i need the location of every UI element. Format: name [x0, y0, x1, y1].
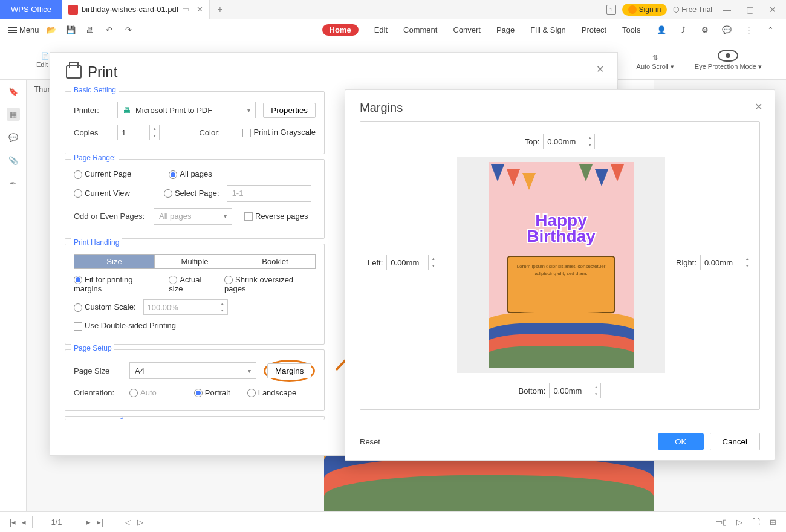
- eye-icon: [718, 50, 738, 62]
- first-page-icon[interactable]: |◂: [10, 517, 16, 527]
- page-number-field[interactable]: 1/1: [32, 516, 80, 528]
- all-pages-radio[interactable]: All pages: [169, 169, 212, 179]
- view-grid-icon[interactable]: ⊞: [770, 517, 776, 527]
- attachments-icon[interactable]: 📎: [7, 154, 20, 167]
- printer-icon: [66, 65, 82, 79]
- hamburger-icon: [8, 27, 17, 33]
- margin-right-spinner[interactable]: 0.00mm▴▾: [700, 255, 752, 270]
- window-count-badge[interactable]: 1: [606, 5, 616, 15]
- last-page-icon[interactable]: ▸|: [97, 517, 103, 527]
- grayscale-checkbox[interactable]: Print in Grayscale: [242, 128, 316, 137]
- orientation-portrait-radio[interactable]: Portrait: [194, 388, 230, 398]
- current-view-radio[interactable]: Current View: [74, 189, 130, 198]
- reset-button[interactable]: Reset: [360, 437, 380, 446]
- reading-mode-icon[interactable]: ▭▯: [715, 517, 727, 527]
- left-sidebar: 🔖 ▦ 💬 📎 ✒: [0, 80, 27, 511]
- seg-multiple[interactable]: Multiple: [155, 255, 235, 268]
- page-setup-legend: Page Setup: [71, 344, 114, 352]
- color-label: Color:: [199, 128, 235, 137]
- seg-booklet[interactable]: Booklet: [235, 255, 315, 268]
- new-tab-button[interactable]: +: [210, 0, 230, 19]
- sign-in-label: Sign in: [639, 5, 661, 14]
- margin-top-spinner[interactable]: 0.00mm▴▾: [543, 134, 595, 149]
- custom-scale-radio[interactable]: Custom Scale:: [74, 302, 136, 312]
- tab-page[interactable]: Page: [496, 25, 515, 34]
- fullscreen-icon[interactable]: ⛶: [752, 517, 760, 527]
- tab-fillsign[interactable]: Fill & Sign: [530, 25, 566, 34]
- spinner-up-icon[interactable]: ▴: [150, 125, 159, 132]
- save-icon[interactable]: 💾: [63, 23, 78, 37]
- bookmark-icon[interactable]: 🔖: [7, 85, 20, 98]
- page-range-legend: Page Range:: [71, 154, 119, 162]
- file-tab[interactable]: birthday-wishes-card-01.pdf ▭ ✕: [62, 0, 210, 19]
- odd-even-label: Odd or Even Pages:: [74, 212, 146, 221]
- seg-size[interactable]: Size: [74, 255, 155, 268]
- menu-button[interactable]: Menu: [8, 25, 39, 34]
- close-window-button[interactable]: ✕: [764, 5, 781, 15]
- tab-edit[interactable]: Edit: [374, 25, 388, 34]
- ok-button[interactable]: OK: [658, 433, 703, 450]
- margin-bottom-spinner[interactable]: 0.00mm▴▾: [549, 383, 601, 398]
- tab-convert[interactable]: Convert: [453, 25, 481, 34]
- open-folder-icon[interactable]: 📂: [44, 23, 59, 37]
- margins-dialog-close-icon[interactable]: ✕: [755, 101, 762, 112]
- cancel-button[interactable]: Cancel: [710, 433, 761, 450]
- printer-label: Printer:: [74, 106, 110, 115]
- copies-spinner[interactable]: 1▴▾: [117, 125, 160, 140]
- thumbnails-icon[interactable]: ▦: [7, 108, 20, 121]
- current-page-radio[interactable]: Current Page: [74, 169, 131, 179]
- ribbon-eye-protection[interactable]: Eye Protection Mode ▾: [695, 50, 762, 71]
- properties-button[interactable]: Properties: [263, 103, 316, 118]
- signature-icon[interactable]: ✒: [7, 177, 20, 190]
- tab-protect[interactable]: Protect: [582, 25, 606, 34]
- print-dialog-close-icon[interactable]: ✕: [596, 63, 604, 75]
- tab-tools[interactable]: Tools: [622, 25, 640, 34]
- collapse-ribbon-icon[interactable]: ⌃: [763, 23, 778, 37]
- margin-bottom-label: Bottom:: [519, 386, 546, 395]
- next-page-icon[interactable]: ▸: [86, 517, 91, 527]
- share-icon[interactable]: ⤴: [676, 23, 690, 37]
- page-setup-panel: Page Setup Page Size A4▾ Margins Orienta…: [65, 349, 325, 412]
- printer-select[interactable]: 🖶 Microsoft Print to PDF ▾: [117, 102, 256, 118]
- odd-even-select[interactable]: All pages▾: [154, 208, 232, 225]
- settings-gear-icon[interactable]: ⚙: [698, 23, 712, 37]
- ribbon-autoscroll[interactable]: ⇅ Auto Scroll ▾: [637, 54, 674, 71]
- app-tab[interactable]: WPS Office: [0, 0, 62, 19]
- maximize-button[interactable]: ▢: [741, 5, 758, 15]
- shrink-radio[interactable]: Shrink oversized pages: [224, 275, 316, 294]
- reverse-pages-checkbox[interactable]: Reverse pages: [244, 212, 308, 221]
- page-size-select[interactable]: A4▾: [129, 362, 256, 379]
- nav-back-icon[interactable]: ◁: [125, 517, 131, 527]
- sign-in-button[interactable]: Sign in: [622, 4, 667, 16]
- fit-margins-radio[interactable]: Fit for printing margins: [74, 275, 161, 294]
- custom-scale-spinner[interactable]: 100.00%▴▾: [143, 299, 228, 315]
- margins-button[interactable]: Margins: [267, 363, 311, 378]
- select-page-input[interactable]: 1-1: [227, 185, 311, 202]
- comments-icon[interactable]: 💬: [7, 131, 20, 144]
- eye-protection-label: Eye Protection Mode ▾: [695, 63, 762, 71]
- prev-page-icon[interactable]: ◂: [22, 517, 26, 527]
- actual-size-radio[interactable]: Actual size: [169, 275, 217, 294]
- free-trial-button[interactable]: ⬡ Free Trial: [673, 5, 712, 14]
- tab-present-icon[interactable]: ▭: [182, 5, 189, 14]
- kebab-menu-icon[interactable]: ⋮: [741, 23, 756, 37]
- redo-icon[interactable]: ↷: [122, 23, 136, 37]
- nav-forward-icon[interactable]: ▷: [137, 517, 143, 527]
- print-icon[interactable]: 🖶: [83, 23, 97, 37]
- margin-left-spinner[interactable]: 0.00mm▴▾: [386, 255, 438, 270]
- tab-home[interactable]: Home: [322, 24, 359, 36]
- tab-comment[interactable]: Comment: [403, 25, 437, 34]
- tab-close-icon[interactable]: ✕: [197, 5, 203, 14]
- undo-icon[interactable]: ↶: [102, 23, 117, 37]
- orientation-landscape-radio[interactable]: Landscape: [247, 388, 297, 398]
- feedback-icon[interactable]: 💬: [719, 23, 734, 37]
- duplex-checkbox[interactable]: Use Double-sided Printing: [74, 321, 176, 331]
- orientation-auto-radio[interactable]: Auto: [129, 388, 157, 398]
- share-user-icon[interactable]: 👤: [654, 23, 669, 37]
- minimize-button[interactable]: —: [718, 5, 735, 15]
- spinner-down-icon[interactable]: ▾: [150, 132, 159, 140]
- pdf-file-icon: [68, 5, 78, 15]
- select-page-radio[interactable]: Select Page:: [164, 189, 219, 198]
- margins-dialog-title: Margins: [345, 90, 775, 121]
- play-icon[interactable]: ▷: [736, 517, 742, 527]
